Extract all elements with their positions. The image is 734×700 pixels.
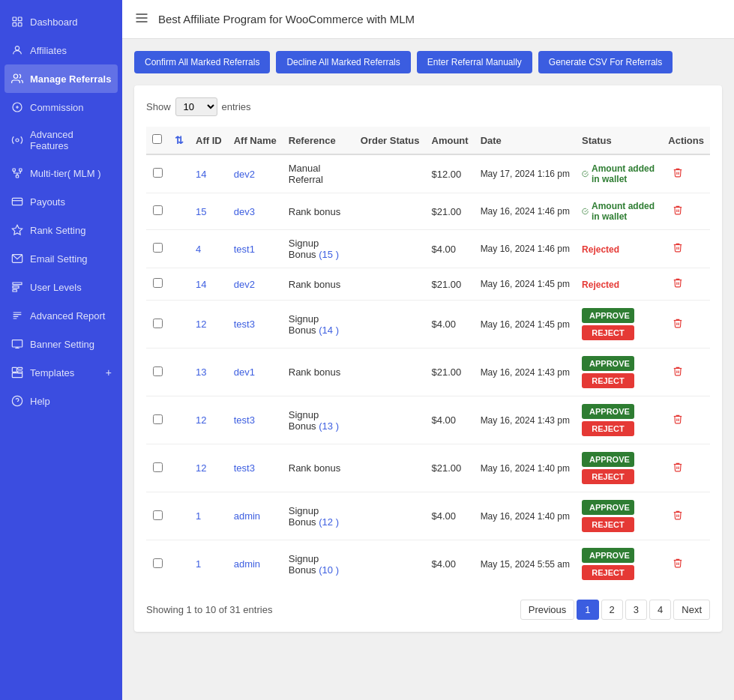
- reference-link[interactable]: (14 ): [319, 325, 339, 336]
- delete-button[interactable]: [668, 166, 688, 182]
- reject-button[interactable]: REJECT: [582, 469, 634, 484]
- sidebar-item-email-setting[interactable]: Email Setting: [0, 244, 122, 273]
- aff-name-link[interactable]: test3: [234, 319, 255, 330]
- delete-button[interactable]: [668, 508, 688, 525]
- aff-id-link[interactable]: 13: [196, 366, 206, 378]
- confirm-all-button[interactable]: Confirm All Marked Referrals: [134, 51, 270, 73]
- table-row: 12test3Signup Bonus (14 )$4.00May 16, 20…: [146, 301, 710, 349]
- reject-button[interactable]: REJECT: [582, 565, 634, 580]
- sidebar-item-payouts[interactable]: Payouts: [0, 187, 122, 216]
- status-cell: APPROVE REJECT: [576, 396, 662, 444]
- hamburger-icon[interactable]: [134, 10, 149, 28]
- aff-name-link[interactable]: dev2: [234, 169, 255, 180]
- aff-id-link[interactable]: 12: [196, 414, 206, 426]
- sidebar-item-rank-setting[interactable]: Rank Setting: [0, 216, 122, 244]
- th-aff-name[interactable]: Aff Name: [228, 127, 283, 154]
- sidebar-item-affiliates[interactable]: Affiliates: [0, 36, 122, 64]
- reject-button[interactable]: REJECT: [582, 325, 634, 340]
- aff-name-link[interactable]: admin: [234, 510, 260, 522]
- row-checkbox[interactable]: [153, 366, 163, 376]
- reject-button[interactable]: REJECT: [582, 517, 634, 532]
- sidebar-item-help[interactable]: Help: [0, 387, 122, 415]
- sidebar-item-commission[interactable]: Commission: [0, 93, 122, 121]
- aff-id-link[interactable]: 4: [196, 244, 201, 255]
- decline-all-button[interactable]: Decline All Marked Referrals: [276, 51, 410, 73]
- reject-button[interactable]: REJECT: [582, 373, 634, 388]
- sidebar-item-label: Dashboard: [30, 16, 78, 28]
- delete-button[interactable]: [668, 364, 688, 381]
- delete-button[interactable]: [668, 556, 688, 573]
- reference-link[interactable]: (10 ): [319, 564, 339, 576]
- sidebar-item-dashboard[interactable]: Dashboard: [0, 7, 122, 36]
- sidebar-item-label: User Levels: [30, 282, 82, 293]
- aff-name-link[interactable]: dev1: [234, 366, 255, 378]
- aff-id-cell: 12: [190, 396, 228, 444]
- row-checkbox[interactable]: [153, 205, 163, 215]
- th-sort[interactable]: ⇅: [169, 127, 190, 154]
- aff-id-link[interactable]: 14: [196, 169, 206, 180]
- aff-name-link[interactable]: test1: [234, 244, 255, 255]
- th-date[interactable]: Date: [475, 127, 576, 154]
- approve-button[interactable]: APPROVE: [582, 308, 634, 323]
- delete-button[interactable]: [668, 412, 688, 429]
- sidebar-item-user-levels[interactable]: User Levels: [0, 273, 122, 301]
- generate-csv-button[interactable]: Generate CSV For Referrals: [538, 51, 673, 73]
- delete-button[interactable]: [668, 203, 688, 220]
- sidebar-item-templates[interactable]: Templates +: [0, 358, 122, 387]
- page-4-button[interactable]: 4: [649, 600, 671, 620]
- reference-link[interactable]: (15 ): [319, 249, 339, 260]
- approve-button[interactable]: APPROVE: [582, 548, 634, 563]
- delete-button[interactable]: [668, 276, 688, 292]
- th-amount[interactable]: Amount: [426, 127, 475, 154]
- delete-button[interactable]: [668, 316, 688, 333]
- th-order-status[interactable]: Order Status: [355, 127, 426, 154]
- aff-name-link[interactable]: test3: [234, 414, 255, 426]
- aff-id-link[interactable]: 15: [196, 206, 206, 217]
- delete-button[interactable]: [668, 241, 688, 257]
- th-status[interactable]: Status: [576, 127, 662, 154]
- select-all-checkbox[interactable]: [152, 134, 162, 144]
- reference-link[interactable]: (12 ): [319, 516, 339, 528]
- approve-button[interactable]: APPROVE: [582, 404, 634, 419]
- approve-button[interactable]: APPROVE: [582, 500, 634, 515]
- row-checkbox[interactable]: [153, 243, 163, 253]
- sidebar-item-mlm[interactable]: Multi-tier( MLM ): [0, 159, 122, 187]
- page-2-button[interactable]: 2: [601, 600, 623, 620]
- aff-name-link[interactable]: test3: [234, 462, 255, 474]
- th-aff-id[interactable]: Aff ID: [190, 127, 228, 154]
- actions-cell: [662, 268, 710, 301]
- aff-name-link[interactable]: dev3: [234, 206, 255, 217]
- sidebar-item-advanced-features[interactable]: Advanced Features: [0, 121, 122, 159]
- row-checkbox[interactable]: [153, 558, 163, 568]
- enter-referral-button[interactable]: Enter Referral Manually: [417, 51, 532, 73]
- aff-id-link[interactable]: 12: [196, 319, 206, 330]
- reject-button[interactable]: REJECT: [582, 421, 634, 436]
- sidebar-item-manage-referrals[interactable]: Manage Referrals: [4, 64, 118, 93]
- reference-link[interactable]: (13 ): [319, 420, 339, 432]
- aff-id-link[interactable]: 1: [196, 558, 201, 570]
- page-3-button[interactable]: 3: [625, 600, 647, 620]
- aff-id-link[interactable]: 12: [196, 462, 206, 474]
- row-checkbox[interactable]: [153, 462, 163, 472]
- row-checkbox[interactable]: [153, 510, 163, 520]
- entries-select[interactable]: 10 25 50 100: [175, 97, 217, 116]
- approve-button[interactable]: APPROVE: [582, 356, 634, 371]
- th-reference[interactable]: Reference: [283, 127, 355, 154]
- aff-name-link[interactable]: admin: [234, 558, 260, 570]
- row-checkbox[interactable]: [153, 168, 163, 178]
- approve-button[interactable]: APPROVE: [582, 452, 634, 467]
- aff-name-link[interactable]: dev2: [234, 279, 255, 290]
- aff-id-link[interactable]: 1: [196, 510, 201, 522]
- aff-id-link[interactable]: 14: [196, 279, 206, 290]
- row-checkbox[interactable]: [153, 319, 163, 328]
- row-checkbox-cell: [146, 230, 169, 268]
- row-checkbox-cell: [146, 492, 169, 540]
- sidebar-item-advanced-report[interactable]: Advanced Report: [0, 301, 122, 330]
- delete-button[interactable]: [668, 460, 688, 477]
- page-1-button[interactable]: 1: [577, 600, 598, 620]
- row-checkbox[interactable]: [153, 414, 163, 424]
- row-checkbox[interactable]: [153, 278, 163, 288]
- sidebar-item-banner-setting[interactable]: Banner Setting: [0, 330, 122, 358]
- previous-button[interactable]: Previous: [520, 600, 575, 620]
- next-button[interactable]: Next: [673, 600, 710, 620]
